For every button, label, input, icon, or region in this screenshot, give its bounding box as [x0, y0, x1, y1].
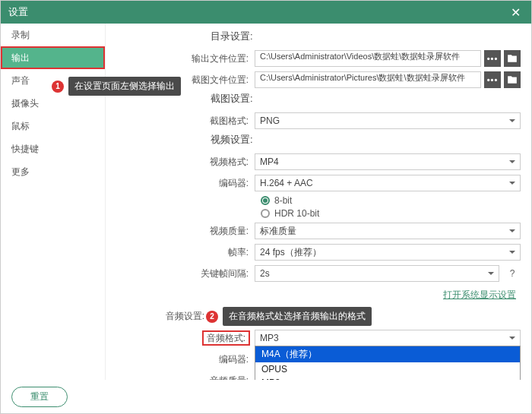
label-snap-format: 截图格式: — [112, 115, 255, 128]
row-output-path: 输出文件位置: C:\Users\Administrator\Videos\数据… — [112, 49, 521, 68]
label-audio-quality: 音频质量: — [112, 374, 255, 381]
row-video-format: 视频格式: MP4 — [112, 153, 521, 171]
row-snap-format: 截图格式: PNG — [112, 112, 521, 130]
label-output-path: 输出文件位置: — [112, 52, 255, 65]
row-system-link: 打开系统显示设置 — [112, 286, 521, 304]
chevron-down-icon — [509, 251, 515, 257]
help-icon[interactable]: ? — [504, 265, 521, 282]
callout-badge-2: 2 — [206, 311, 218, 323]
label-video-quality: 视频质量: — [112, 225, 255, 238]
select-audio-format[interactable]: MP3 — [255, 330, 521, 346]
callout-tip-1: 在设置页面左侧选择输出 — [68, 77, 181, 96]
section-title-audio: 音频设置: — [112, 310, 211, 323]
section-title-dir: 目录设置: — [211, 30, 521, 43]
chevron-down-icon — [509, 229, 515, 235]
sidebar-item-output[interactable]: 输出 — [1, 46, 105, 69]
select-snap-format[interactable]: PNG — [255, 112, 521, 129]
dropdown-option[interactable]: M4A（推荐） — [255, 346, 520, 362]
snap-path-input[interactable]: C:\Users\Administrator\Pictures\数据蛙\数据蛙录… — [255, 71, 481, 88]
body: 录制 输出 声音 摄像头 鼠标 快捷键 更多 1 在设置页面左侧选择输出 目录设… — [1, 24, 531, 380]
select-video-enc[interactable]: H.264 + AAC — [255, 175, 521, 191]
callout-tip-2: 在音频格式处选择音频输出的格式 — [223, 307, 372, 326]
section-title-video: 视频设置: — [211, 133, 521, 147]
select-value: MP3 — [260, 333, 279, 343]
dropdown-option[interactable]: MP3 — [255, 376, 520, 380]
window-title: 设置 — [8, 5, 28, 19]
sidebar-item-more[interactable]: 更多 — [1, 160, 105, 183]
reset-button[interactable]: 重置 — [11, 387, 68, 407]
radio-label: HDR 10-bit — [274, 208, 319, 219]
label-audio-enc: 编码器: — [112, 353, 255, 366]
radio-label: 8-bit — [274, 195, 292, 206]
audio-format-dropdown[interactable]: M4A（推荐）OPUSMP3WMAAACFLAC（无损）WAV（无损） — [255, 346, 521, 380]
chevron-down-icon — [509, 337, 515, 343]
select-value: H.264 + AAC — [260, 178, 313, 188]
sidebar-item-hotkey[interactable]: 快捷键 — [1, 137, 105, 160]
select-video-quality[interactable]: 标准质量 — [255, 223, 521, 239]
select-fps[interactable]: 24 fps（推荐） — [255, 244, 521, 261]
folder-icon[interactable] — [504, 50, 521, 67]
label-keyframe: 关键帧间隔: — [112, 267, 255, 280]
select-value: 标准质量 — [260, 225, 296, 238]
select-value: MP4 — [260, 156, 279, 167]
callout-2: 2 在音频格式处选择音频输出的格式 — [206, 307, 521, 326]
settings-window: 设置 ✕ 录制 输出 声音 摄像头 鼠标 快捷键 更多 1 在设置页面左侧选择输… — [0, 0, 532, 414]
callout-badge-1: 1 — [52, 81, 64, 93]
label-fps: 帧率: — [112, 246, 255, 259]
sidebar-item-mouse[interactable]: 鼠标 — [1, 115, 105, 137]
radio-8bit[interactable]: 8-bit — [261, 195, 521, 206]
dropdown-option[interactable]: OPUS — [255, 362, 520, 376]
callout-1: 1 在设置页面左侧选择输出 — [52, 77, 181, 96]
output-path-input[interactable]: C:\Users\Administrator\Videos\数据蛙\数据蛙录屏软… — [255, 50, 481, 67]
radio-icon — [261, 196, 270, 205]
select-value: 24 fps（推荐） — [260, 246, 321, 259]
row-audio-format: 音频格式: MP3 — [112, 329, 521, 347]
folder-icon[interactable] — [504, 71, 521, 88]
row-video-quality: 视频质量: 标准质量 — [112, 222, 521, 240]
footer: 重置 — [1, 380, 531, 413]
sidebar-item-record[interactable]: 录制 — [1, 24, 105, 46]
label-video-enc: 编码器: — [112, 177, 255, 190]
label-audio-format: 音频格式: — [112, 332, 255, 345]
label-video-format: 视频格式: — [112, 156, 255, 169]
row-video-enc: 编码器: H.264 + AAC — [112, 174, 521, 192]
select-video-format[interactable]: MP4 — [255, 153, 521, 170]
select-value: PNG — [260, 115, 280, 126]
titlebar: 设置 ✕ — [1, 1, 531, 24]
chevron-down-icon — [509, 182, 515, 188]
row-keyframe: 关键帧间隔: 2s ? — [112, 264, 521, 283]
radio-icon — [261, 209, 270, 218]
more-icon[interactable]: ••• — [484, 71, 501, 88]
close-icon[interactable]: ✕ — [508, 5, 524, 20]
radio-hdr10[interactable]: HDR 10-bit — [261, 208, 521, 219]
select-keyframe[interactable]: 2s — [255, 265, 499, 282]
chevron-down-icon — [509, 160, 515, 166]
section-title-snapshot: 截图设置: — [211, 92, 521, 106]
row-fps: 帧率: 24 fps（推荐） — [112, 243, 521, 261]
chevron-down-icon — [509, 119, 515, 125]
row-audio-title: 音频设置: 2 在音频格式处选择音频输出的格式 — [112, 307, 521, 326]
chevron-down-icon — [488, 272, 494, 278]
open-system-display-link[interactable]: 打开系统显示设置 — [443, 289, 516, 302]
select-value: 2s — [260, 268, 270, 279]
more-icon[interactable]: ••• — [484, 50, 501, 67]
